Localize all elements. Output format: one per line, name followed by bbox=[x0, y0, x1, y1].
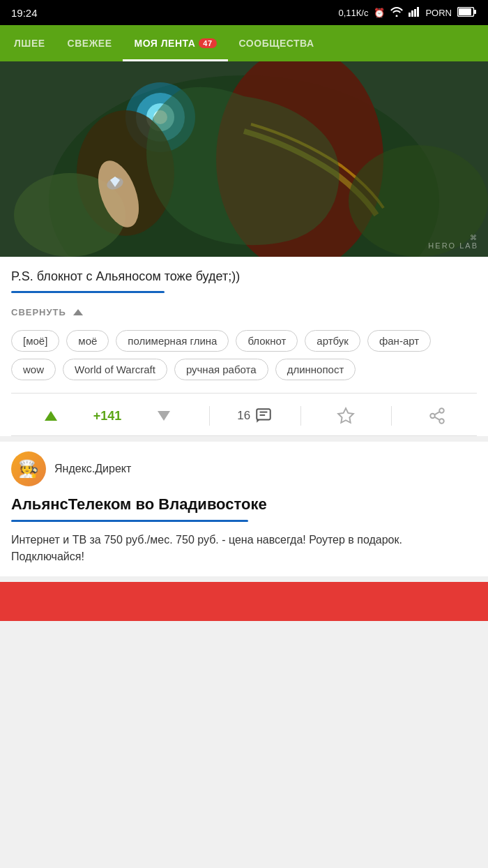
vote-up-button[interactable] bbox=[11, 411, 91, 421]
ad-header: 🧑‍🍳 Яндекс.Директ bbox=[11, 451, 477, 486]
svg-point-28 bbox=[439, 419, 444, 424]
svg-line-30 bbox=[434, 412, 439, 414]
status-bar: 19:24 0,11К/с ⏰ PORN bbox=[0, 0, 488, 25]
chevron-up-icon bbox=[73, 309, 83, 315]
feed-badge: 47 bbox=[199, 38, 216, 48]
ad-title: АльянсТелеком во Владивостоке bbox=[11, 495, 477, 515]
ad-avatar: 🧑‍🍳 bbox=[11, 451, 46, 486]
text-underline bbox=[11, 291, 165, 293]
svg-marker-25 bbox=[339, 408, 354, 423]
signal-icon bbox=[409, 7, 420, 19]
tab-community[interactable]: СООБЩЕСТВА bbox=[228, 25, 326, 61]
svg-rect-6 bbox=[474, 10, 476, 14]
tag-handmade[interactable]: ручная работа bbox=[174, 359, 268, 380]
tag-polymer-clay[interactable]: полимерная глина bbox=[116, 330, 229, 352]
action-bar: +141 16 bbox=[11, 396, 477, 435]
bottom-red-bar bbox=[0, 582, 488, 621]
svg-rect-0 bbox=[409, 13, 411, 17]
tag-notebook[interactable]: блокнот bbox=[236, 330, 298, 352]
bookmark-button[interactable] bbox=[307, 407, 386, 425]
hero-watermark: ⌘ HERO LAB bbox=[428, 234, 478, 250]
svg-rect-3 bbox=[417, 7, 419, 17]
vote-score: +141 bbox=[93, 409, 122, 423]
sep1 bbox=[209, 406, 210, 426]
wifi-icon bbox=[390, 7, 403, 19]
collapse-button[interactable]: СВЕРНУТЬ bbox=[11, 307, 477, 317]
share-button[interactable] bbox=[397, 407, 477, 425]
upvote-icon bbox=[45, 411, 57, 421]
svg-point-27 bbox=[430, 414, 435, 419]
svg-rect-21 bbox=[257, 409, 270, 419]
share-icon bbox=[428, 407, 446, 425]
ad-source: Яндекс.Директ bbox=[54, 463, 131, 475]
tab-popular[interactable]: ЛШЕЕ bbox=[3, 25, 56, 61]
tag-wow[interactable]: wow bbox=[11, 359, 56, 380]
ad-avatar-emoji: 🧑‍🍳 bbox=[18, 459, 39, 479]
tab-fresh[interactable]: СВЕЖЕЕ bbox=[56, 25, 123, 61]
sep2 bbox=[300, 406, 301, 426]
tab-feed[interactable]: МОЯ ЛЕНТА 47 bbox=[123, 25, 227, 61]
tag-artbook[interactable]: артбук bbox=[305, 330, 360, 352]
post-hero-image: ⌘ HERO LAB bbox=[0, 61, 488, 257]
ad-title-underline bbox=[11, 520, 248, 522]
svg-line-29 bbox=[434, 417, 439, 420]
collapse-label: СВЕРНУТЬ bbox=[11, 307, 66, 317]
post-text: P.S. блокнот с Альяносом тоже будет;)) bbox=[11, 268, 477, 285]
battery-icon bbox=[457, 7, 477, 19]
svg-rect-5 bbox=[459, 8, 471, 15]
tag-longpost[interactable]: длиннопост bbox=[275, 359, 356, 380]
post-content: P.S. блокнот с Альяносом тоже будет;)) С… bbox=[0, 257, 488, 436]
downvote-icon bbox=[158, 411, 170, 421]
tag-moe-bracket[interactable]: [моё] bbox=[11, 330, 59, 352]
network-speed: 0,11К/с bbox=[338, 8, 368, 18]
svg-point-26 bbox=[439, 408, 444, 413]
ad-card[interactable]: 🧑‍🍳 Яндекс.Директ АльянсТелеком во Влади… bbox=[0, 442, 488, 576]
divider-top bbox=[11, 393, 477, 394]
svg-rect-1 bbox=[411, 10, 413, 17]
svg-rect-2 bbox=[414, 9, 416, 17]
divider-bottom bbox=[11, 435, 477, 436]
battery-label: PORN bbox=[425, 8, 452, 18]
nav-tabs: ЛШЕЕ СВЕЖЕЕ МОЯ ЛЕНТА 47 СООБЩЕСТВА bbox=[0, 25, 488, 61]
comments-button[interactable]: 16 bbox=[215, 407, 295, 425]
comment-count: 16 bbox=[237, 409, 250, 423]
comments-icon bbox=[254, 407, 273, 425]
tag-fanart[interactable]: фан-арт bbox=[367, 330, 431, 352]
sep3 bbox=[391, 406, 392, 426]
bookmark-icon bbox=[337, 407, 355, 425]
tag-moe[interactable]: моё bbox=[66, 330, 109, 352]
clock-icon: ⏰ bbox=[374, 8, 385, 18]
tags-container: [моё] моё полимерная глина блокнот артбу… bbox=[11, 330, 477, 380]
tag-world-of-warcraft[interactable]: World of Warcraft bbox=[63, 359, 167, 380]
status-time: 19:24 bbox=[11, 7, 38, 19]
vote-down-button[interactable] bbox=[124, 411, 204, 421]
ad-text: Интернет и ТВ за 750 руб./мес. 750 руб. … bbox=[11, 532, 477, 565]
